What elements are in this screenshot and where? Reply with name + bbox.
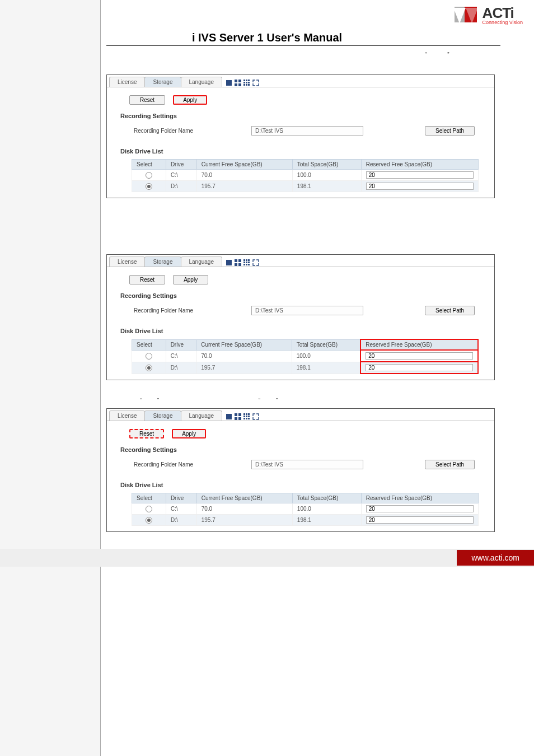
tab-license[interactable]: License [109,256,145,267]
svg-rect-36 [238,417,241,420]
table-row: D:\ 195.7 198.1 [132,362,479,374]
recording-folder-name-label: Recording Folder Name [134,307,251,314]
recording-folder-row: Recording Folder Name Select Path [107,453,494,474]
cell-drive: D:\ [166,181,196,192]
title-rule [106,45,500,46]
toolbar-icons [225,79,260,87]
brand-tagline: Connecting Vision [483,20,523,25]
page-footer: www.acti.com [0,549,534,567]
disk-drive-list-label: Disk Drive List [107,474,494,488]
tab-storage[interactable]: Storage [144,256,181,267]
logo-mark [451,3,480,26]
reserved-input-1[interactable] [366,352,473,360]
cell-total: 198.1 [292,362,360,374]
disk-drive-list-label: Disk Drive List [107,140,494,155]
radio-drive-2[interactable] [146,517,152,524]
settings-panel-2: License Storage Language Reset Apply Rec… [106,254,495,380]
recording-folder-input[interactable] [251,460,363,469]
reserved-input-2[interactable] [366,364,473,371]
apply-button[interactable]: Apply [172,429,206,438]
cell-reserved [360,350,478,362]
logo-wrap: ACTi Connecting Vision [451,3,523,26]
tab-language[interactable]: Language [181,77,223,87]
tab-license[interactable]: License [109,77,145,87]
header-row: ACTi Connecting Vision [0,0,534,27]
cell-drive: C:\ [166,503,196,515]
apply-button[interactable]: Apply [173,275,208,284]
svg-rect-44 [246,418,247,419]
radio-drive-1[interactable] [146,506,152,512]
button-row: Reset Apply [107,87,494,108]
cell-reserved [361,515,478,526]
reset-button[interactable]: Reset [129,429,164,438]
svg-rect-13 [246,82,247,83]
reserved-input-2[interactable] [366,516,474,524]
col-reserved: Reserved Free Space(GB) [361,160,478,170]
grid-3x3-icon[interactable] [243,79,251,87]
grid-single-icon[interactable] [225,413,233,421]
col-select: Select [132,339,166,350]
expand-icon[interactable] [252,413,260,421]
select-path-button[interactable]: Select Path [425,306,475,315]
radio-drive-2[interactable] [146,183,152,190]
svg-rect-21 [235,263,237,266]
tab-storage[interactable]: Storage [144,77,181,87]
svg-rect-29 [243,264,245,265]
grid-3x3-icon[interactable] [243,413,251,421]
tab-language[interactable]: Language [181,410,223,421]
recording-settings-label: Recording Settings [107,108,494,119]
settings-panel-3: License Storage Language Reset Apply Rec… [106,408,495,532]
recording-folder-input[interactable] [251,126,363,136]
toolbar-icons [225,259,260,267]
tab-license[interactable]: License [109,410,145,421]
grid-3x3-icon[interactable] [243,259,251,267]
grid-single-icon[interactable] [225,79,233,87]
recording-folder-name-label: Recording Folder Name [134,128,251,134]
grid-single-icon[interactable] [225,259,233,267]
reserved-input-2[interactable] [366,183,474,190]
radio-drive-1[interactable] [146,353,152,360]
disk-table: Select Drive Current Free Space(GB) Tota… [132,159,479,192]
radio-drive-1[interactable] [146,172,152,179]
tab-bar: License Storage Language [107,75,494,87]
svg-rect-15 [243,84,245,86]
col-total: Total Space(GB) [292,160,361,170]
disk-table: Select Drive Current Free Space(GB) Tota… [132,339,479,374]
grid-2x2-icon[interactable] [234,413,242,421]
tab-language[interactable]: Language [181,256,223,267]
cell-current: 195.7 [196,515,292,526]
grid-2x2-icon[interactable] [234,259,242,267]
select-path-button[interactable]: Select Path [425,460,475,469]
cell-reserved [361,503,478,515]
svg-rect-10 [246,80,247,81]
top-quote-marks: “ ” [425,52,534,58]
tab-storage[interactable]: Storage [144,410,181,421]
table-row: C:\ 70.0 100.0 [132,503,479,515]
recording-folder-input[interactable] [251,306,363,315]
cell-drive: C:\ [166,350,196,362]
svg-rect-23 [243,259,245,261]
select-path-button[interactable]: Select Path [425,126,475,136]
radio-drive-2[interactable] [146,365,152,371]
reset-button[interactable]: Reset [129,95,165,105]
col-drive: Drive [166,339,196,350]
reserved-input-1[interactable] [366,171,474,179]
svg-rect-39 [248,413,250,415]
svg-rect-8 [238,83,241,86]
expand-icon[interactable] [252,259,260,267]
open-quote-icon: “ [425,52,427,58]
cell-drive: C:\ [166,170,196,181]
svg-rect-19 [235,259,237,262]
grid-2x2-icon[interactable] [234,79,242,87]
footer-url[interactable]: www.acti.com [457,550,534,566]
disk-table-wrap: Select Drive Current Free Space(GB) Tota… [107,488,494,531]
expand-icon[interactable] [252,79,260,87]
apply-button[interactable]: Apply [173,95,207,105]
reset-button[interactable]: Reset [129,275,165,284]
svg-rect-22 [238,263,241,266]
cell-current: 70.0 [196,170,292,181]
cell-reserved [360,362,478,374]
page-content: ACTi Connecting Vision i IVS Server 1 Us… [0,0,534,584]
reserved-input-1[interactable] [366,505,474,512]
cell-reserved [361,170,478,181]
